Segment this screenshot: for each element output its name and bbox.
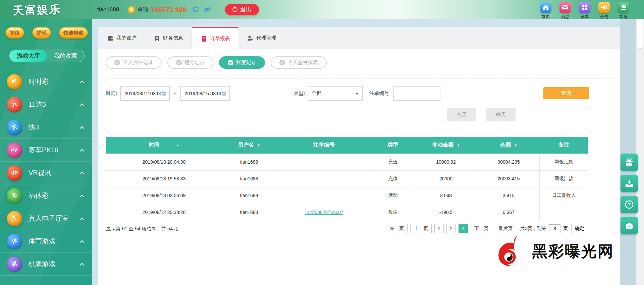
table-cell: 网银汇款: [540, 170, 588, 187]
sidebar-item-真人电子厅室[interactable]: 厅真人电子厅室: [0, 207, 92, 230]
deposit-button[interactable]: 充值: [5, 27, 24, 39]
column-header-变动金额[interactable]: 变动金额▲▼: [414, 137, 478, 154]
headset-icon: [618, 2, 629, 13]
last-page-button[interactable]: 最后页: [495, 224, 516, 233]
chevron-up-icon: [79, 79, 85, 84]
dashed-divider: [106, 78, 614, 78]
subtab-chase-record[interactable]: 追号记录: [167, 56, 213, 69]
sidebar-item-体育游戏[interactable]: 体体育游戏: [0, 230, 92, 253]
sidebar-item-11选5[interactable]: 1111选5: [0, 93, 92, 116]
confirm-page-button[interactable]: 确定: [571, 224, 588, 233]
table-cell: 2019/08/13 19:58:33: [106, 170, 222, 187]
yesterday-button[interactable]: 昨天: [486, 108, 516, 121]
sidebar-item-福体彩[interactable]: 彩福体彩: [0, 184, 92, 207]
sidebar-item-label: 体育游戏: [29, 237, 79, 246]
column-header-时间[interactable]: 时间▼: [106, 137, 222, 154]
filter-row: 时间: ~ 类型: 全部 ▼ 注单编号:: [106, 86, 440, 101]
date-from-input[interactable]: [120, 86, 170, 101]
tab-order-report[interactable]: 订单报表: [192, 27, 238, 49]
prev-page-button[interactable]: 上一页: [410, 224, 432, 233]
main-tabbar: 我的账户 ¥ 财务信息 订单报表 代理管理: [98, 27, 620, 49]
sidebar-item-label: 时时彩: [29, 77, 79, 86]
table-cell: 2019/08/13 20:04:30: [106, 154, 222, 170]
download-icon[interactable]: [621, 175, 638, 192]
game-ball-icon: PK: [7, 142, 22, 158]
table-cell: 2019/08/13 03:06:09: [106, 187, 222, 204]
first-page-button[interactable]: 第一页: [386, 224, 408, 233]
logout-button[interactable]: 退出: [225, 4, 259, 15]
date-to-input[interactable]: [180, 86, 230, 101]
page-button-1[interactable]: 1: [434, 224, 444, 233]
date-from-value[interactable]: [124, 91, 161, 96]
tab-label: 我的账户: [116, 35, 137, 41]
nav-label: 消息: [558, 14, 572, 20]
safe-icon: ¥: [154, 35, 160, 42]
game-ball-icon: 棋: [7, 256, 22, 272]
table-header-row: 时间▼用户名▲▼注单编号类型变动金额▲▼余额▲▼备注: [106, 137, 588, 154]
search-button[interactable]: 查询: [543, 87, 589, 99]
table-cell: 活动: [372, 187, 414, 204]
table-row: 2019/08/13 19:58:33tian1688充值2000020003.…: [106, 170, 588, 187]
quick-transfer-button[interactable]: 快速转账: [59, 27, 88, 39]
nav-item-menu[interactable]: 菜单: [578, 2, 592, 20]
table-cell: [276, 154, 372, 170]
pagination-controls: 第一页 上一页 123 下一页 最后页 共3页，到第 页 确定: [383, 224, 588, 233]
sidebar-item-赛车PK10[interactable]: PK赛车PK10: [0, 139, 92, 162]
sidebar-item-棋牌游戏[interactable]: 棋棋牌游戏: [0, 253, 92, 276]
sidebar-item-label: 棋牌游戏: [29, 260, 79, 269]
order-no-input[interactable]: [393, 86, 440, 101]
page-numbers: 123: [432, 224, 468, 233]
megaphone-icon: [598, 2, 610, 13]
sidebar-item-label: 11选5: [29, 100, 79, 109]
pagination-summary: 显示第 51 至 54 项结果，共 54 项: [106, 226, 179, 232]
user-area: tian1688 ¥ 余额 ¥46573.926 退出: [97, 4, 259, 15]
tab-my-account[interactable]: 我的账户: [99, 27, 145, 49]
sort-both-icon: ▲▼: [457, 143, 460, 148]
tab-game-hall[interactable]: 游戏大厅: [10, 50, 47, 62]
gift-icon[interactable]: [621, 154, 638, 171]
tab-agent-manage[interactable]: 代理管理: [238, 27, 285, 49]
chevron-up-icon: [79, 193, 85, 198]
svg-text:¥: ¥: [156, 37, 158, 40]
sidebar-item-时时彩[interactable]: 时时时彩: [0, 70, 92, 93]
quick-date-row: 今天 昨天: [447, 108, 516, 121]
nav-item-service[interactable]: 客服: [616, 2, 631, 20]
withdraw-button[interactable]: 提现: [32, 27, 51, 39]
next-page-button[interactable]: 下一页: [471, 224, 492, 233]
page-button-3[interactable]: 3: [459, 224, 468, 233]
tab-finance-info[interactable]: ¥ 财务信息: [145, 27, 192, 49]
sidebar-item-label: 福体彩: [29, 191, 79, 200]
column-header-用户名[interactable]: 用户名▲▼: [222, 137, 276, 154]
type-select[interactable]: 全部 ▼: [308, 86, 363, 101]
sidebar-item-快3[interactable]: 快快3: [0, 116, 92, 139]
goto-page-input[interactable]: [549, 224, 560, 233]
eye-off-icon[interactable]: [204, 6, 211, 13]
sidebar-item-VR视讯[interactable]: VRVR视讯: [0, 162, 92, 184]
table-cell: [276, 187, 372, 204]
check-circle-icon: [176, 60, 182, 65]
table-row: 2019/08/13 20:04:30tian1688充值10000.82300…: [106, 154, 588, 170]
nav-item-notice[interactable]: 公告: [597, 2, 611, 20]
date-to-value[interactable]: [184, 91, 221, 96]
order-number-link[interactable]: 112203828765687: [305, 210, 343, 215]
tab-my-favorites[interactable]: 我的收藏: [47, 50, 84, 62]
nav-item-home[interactable]: 首页: [539, 2, 553, 20]
subtab-personal-bet-record[interactable]: 个人投注记录: [106, 56, 162, 69]
column-header-余额[interactable]: 余额▲▼: [478, 137, 540, 154]
nav-item-message[interactable]: 消息: [558, 2, 572, 20]
page-button-2[interactable]: 2: [446, 224, 456, 233]
subtab-row: 个人投注记录 追号记录 账变记录 个人盈亏报表: [106, 56, 327, 69]
subtab-account-change-record[interactable]: 账变记录: [219, 56, 265, 69]
subtab-label: 追号记录: [184, 59, 205, 66]
agent-icon: [247, 35, 254, 42]
check-circle-icon: [279, 60, 285, 65]
briefcase-icon[interactable]: [621, 217, 638, 234]
today-button[interactable]: 今天: [447, 108, 476, 121]
tab-label: 订单报表: [210, 36, 230, 42]
help-icon[interactable]: ?: [621, 196, 638, 213]
refresh-icon[interactable]: [192, 6, 199, 13]
sidebar-item-label: VR视讯: [29, 168, 79, 177]
subtab-personal-pnl-report[interactable]: 个人盈亏报表: [271, 56, 327, 69]
game-ball-icon: 11: [7, 97, 22, 112]
check-circle-icon: [228, 60, 233, 65]
